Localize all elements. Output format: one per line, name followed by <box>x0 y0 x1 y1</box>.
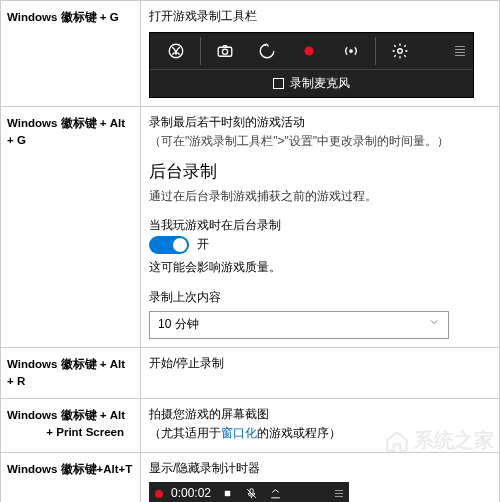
text: 开始/停止录制 <box>149 354 491 373</box>
row-open-gamebar: Windows 徽标键 + G 打开游戏录制工具栏 <box>1 1 499 107</box>
chevron-down-icon <box>428 315 440 334</box>
svg-rect-6 <box>224 491 229 496</box>
camera-icon[interactable] <box>205 35 245 67</box>
row-start-stop-record: Windows 徽标键 + Alt + R 开始/停止录制 <box>1 348 499 400</box>
game-bar-toolbar <box>150 33 473 69</box>
timer-value: 0:00:02 <box>171 484 211 502</box>
toggle-label: 当我玩游戏时在后台录制 <box>149 216 491 235</box>
shortcut-label: Windows 徽标键 + G <box>1 1 141 106</box>
stop-button[interactable] <box>219 487 235 500</box>
field-label: 录制上次内容 <box>149 288 491 307</box>
mic-checkbox-label: 录制麦克风 <box>290 74 350 93</box>
row-content: 开始/停止录制 <box>141 348 499 399</box>
broadcast-icon[interactable] <box>331 35 371 67</box>
note: （可在"游戏录制工具栏">"设置"中更改录制的时间量。） <box>149 132 491 151</box>
svg-point-4 <box>349 49 353 53</box>
svg-point-3 <box>305 47 314 56</box>
settings-table: Windows 徽标键 + G 打开游戏录制工具栏 <box>0 0 500 502</box>
shortcut-label: Windows 徽标键 + Alt + Print Screen <box>1 399 141 451</box>
shortcut-label: Windows 徽标键 + Alt + G <box>1 107 141 347</box>
row-content: 显示/隐藏录制计时器 0:00:02 <box>141 453 499 502</box>
text: 显示/隐藏录制计时器 <box>149 459 491 478</box>
record-duration-select[interactable]: 10 分钟 <box>149 311 449 339</box>
mic-icon[interactable] <box>243 487 259 500</box>
svg-point-5 <box>398 49 403 54</box>
windowed-link[interactable]: 窗口化 <box>221 426 257 440</box>
warning-text: 这可能会影响游戏质量。 <box>149 258 491 277</box>
line: （尤其适用于窗口化的游戏或程序） <box>149 424 491 443</box>
row-content: 录制最后若干时刻的游戏活动 （可在"游戏录制工具栏">"设置"中更改录制的时间量… <box>141 107 499 347</box>
record-clip-icon[interactable] <box>247 35 287 67</box>
row-title: 打开游戏录制工具栏 <box>149 7 491 26</box>
separator <box>200 37 201 65</box>
row-screenshot: Windows 徽标键 + Alt + Print Screen 拍摄您游戏的屏… <box>1 399 499 452</box>
move-handle-icon[interactable] <box>453 46 467 56</box>
shortcut-label: Windows 徽标键+Alt+T <box>1 453 141 502</box>
section-heading: 后台录制 <box>149 158 491 185</box>
game-bar: 录制麦克风 <box>149 32 474 98</box>
svg-point-2 <box>222 49 227 54</box>
background-record-toggle[interactable] <box>149 236 189 254</box>
settings-gear-icon[interactable] <box>380 35 420 67</box>
select-value: 10 分钟 <box>158 315 199 334</box>
shortcut-label: Windows 徽标键 + Alt + R <box>1 348 141 399</box>
record-icon[interactable] <box>289 35 329 67</box>
minimize-icon[interactable] <box>267 487 283 500</box>
separator <box>375 37 376 65</box>
checkbox-icon[interactable] <box>273 78 284 89</box>
section-desc: 通过在后台录制游戏捕获之前的游戏过程。 <box>149 187 491 206</box>
recording-timer-bar: 0:00:02 <box>149 482 349 502</box>
row-background-record: Windows 徽标键 + Alt + G 录制最后若干时刻的游戏活动 （可在"… <box>1 107 499 348</box>
recording-dot-icon <box>155 490 163 498</box>
xbox-icon[interactable] <box>156 35 196 67</box>
row-content: 打开游戏录制工具栏 <box>141 1 499 106</box>
move-handle-icon[interactable] <box>335 490 343 497</box>
line: 拍摄您游戏的屏幕截图 <box>149 405 491 424</box>
mic-checkbox-row[interactable]: 录制麦克风 <box>150 69 473 97</box>
row-content: 拍摄您游戏的屏幕截图 （尤其适用于窗口化的游戏或程序） <box>141 399 499 451</box>
row-timer: Windows 徽标键+Alt+T 显示/隐藏录制计时器 0:00:02 <box>1 453 499 502</box>
line: 录制最后若干时刻的游戏活动 <box>149 113 491 132</box>
toggle-state: 开 <box>197 235 209 254</box>
